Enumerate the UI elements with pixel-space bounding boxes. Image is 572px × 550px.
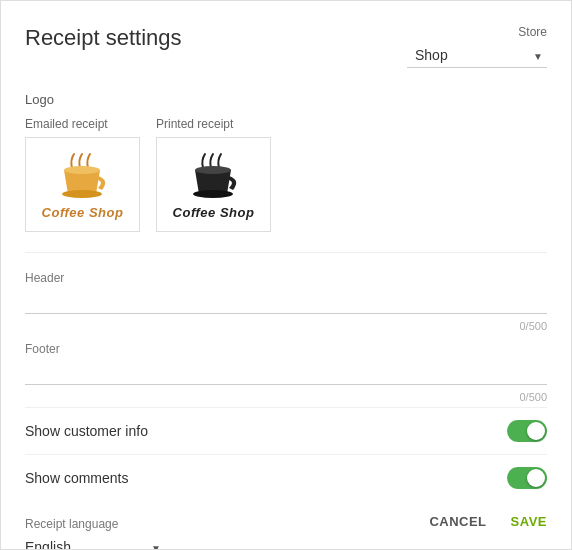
emailed-receipt-label: Emailed receipt: [25, 117, 140, 131]
emailed-logo-content: Coffee Shop: [42, 150, 124, 220]
store-label: Store: [518, 25, 547, 39]
coffee-cup-black-icon: [183, 150, 243, 205]
printed-receipt-logo-item: Printed receipt: [156, 117, 271, 232]
header-field-label: Header: [25, 271, 547, 285]
show-comments-label: Show comments: [25, 470, 128, 486]
emailed-coffee-shop-text: Coffee Shop: [42, 205, 124, 220]
footer-char-count: 0/500: [519, 391, 547, 403]
divider-1: [25, 252, 547, 253]
svg-point-0: [64, 166, 100, 174]
store-select-wrapper: Shop All Stores: [407, 43, 547, 68]
emailed-receipt-logo-item: Emailed receipt: [25, 117, 140, 232]
printed-coffee-shop-text: Coffee Shop: [173, 205, 255, 220]
printed-receipt-label: Printed receipt: [156, 117, 271, 131]
footer-field-row: Footer 0/500: [25, 342, 547, 385]
printed-receipt-logo-box[interactable]: Coffee Shop: [156, 137, 271, 232]
receipt-settings-panel: Receipt settings Store Shop All Stores L…: [0, 0, 572, 550]
svg-point-2: [195, 166, 231, 174]
header-char-count: 0/500: [519, 320, 547, 332]
footer-buttons: CANCEL SAVE: [429, 514, 547, 529]
logo-section-label: Logo: [25, 92, 547, 107]
save-button[interactable]: SAVE: [511, 514, 547, 529]
store-select[interactable]: Shop All Stores: [407, 43, 547, 68]
language-select-wrapper: English Spanish French: [25, 535, 165, 550]
language-select[interactable]: English Spanish French: [25, 535, 165, 550]
svg-point-3: [193, 190, 233, 198]
header-input[interactable]: [25, 289, 547, 314]
show-comments-row: Show comments: [25, 454, 547, 501]
show-customer-info-toggle[interactable]: [507, 420, 547, 442]
store-section: Store Shop All Stores: [407, 25, 547, 68]
show-comments-toggle[interactable]: [507, 467, 547, 489]
logo-row: Emailed receipt: [25, 117, 547, 232]
cancel-button[interactable]: CANCEL: [429, 514, 486, 529]
page-title: Receipt settings: [25, 25, 182, 51]
header-row: Receipt settings Store Shop All Stores: [25, 25, 547, 68]
logo-section: Logo Emailed receipt: [25, 92, 547, 232]
header-field-wrapper: Header 0/500: [25, 271, 547, 314]
footer-field-label: Footer: [25, 342, 547, 356]
header-field-row: Header 0/500: [25, 271, 547, 314]
coffee-cup-orange-icon: [52, 150, 112, 205]
show-customer-info-row: Show customer info: [25, 407, 547, 454]
svg-point-1: [62, 190, 102, 198]
emailed-receipt-logo-box[interactable]: Coffee Shop: [25, 137, 140, 232]
printed-logo-content: Coffee Shop: [173, 150, 255, 220]
show-customer-info-label: Show customer info: [25, 423, 148, 439]
footer-field-wrapper: Footer 0/500: [25, 342, 547, 385]
footer-input[interactable]: [25, 360, 547, 385]
